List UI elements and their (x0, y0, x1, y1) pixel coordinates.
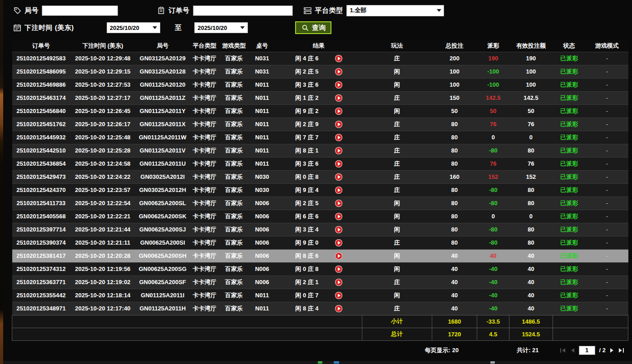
subtotal-total-bet: 1680 (432, 315, 477, 328)
play-icon[interactable] (335, 252, 342, 260)
prev-page-button[interactable] (570, 348, 575, 353)
cell-game-mode: - (586, 289, 628, 302)
date-to-picker[interactable]: 2025/10/20 (194, 22, 248, 33)
cell-order-id: 251020125492583 (12, 52, 70, 65)
table-row[interactable]: 251020125486095 2025-10-20 12:29:15 GN03… (12, 65, 628, 78)
play-icon[interactable] (335, 266, 342, 273)
cell-game-mode: - (586, 249, 628, 262)
cell-valid-bet: 80 (509, 144, 553, 157)
cell-round: GN01125A2011Y (135, 104, 190, 118)
table-row[interactable]: 251020125436854 2025-10-20 12:24:58 GN01… (12, 157, 628, 170)
play-icon[interactable] (335, 305, 342, 312)
cell-platform: 卡卡湾厅 (190, 104, 219, 118)
play-icon[interactable] (335, 292, 342, 299)
play-icon[interactable] (335, 108, 342, 115)
play-icon[interactable] (335, 160, 342, 167)
table-row[interactable]: 251020125424370 2025-10-20 12:23:57 GN03… (12, 183, 628, 197)
cell-valid-bet: 40 (509, 302, 553, 315)
play-icon[interactable] (335, 173, 342, 181)
table-row[interactable]: 251020125348971 2025-10-20 12:17:40 GN01… (12, 302, 628, 315)
cell-game-mode: - (586, 223, 628, 236)
cell-status: 已派彩 (553, 52, 586, 65)
cell-game-type: 百家乐 (219, 210, 249, 223)
cell-payout: -80 (477, 223, 509, 236)
play-icon[interactable] (335, 94, 342, 102)
cell-platform: 卡卡湾厅 (190, 118, 219, 131)
cell-valid-bet: 142.5 (509, 91, 553, 104)
table-row[interactable]: 251020125456840 2025-10-20 12:26:45 GN01… (12, 104, 628, 118)
cell-payout: 50 (477, 104, 509, 118)
play-icon[interactable] (335, 213, 342, 220)
col-header-valid-bet: 有效投注额 (509, 40, 553, 52)
cell-round: GN03125A20129 (135, 52, 190, 65)
dropdown-arrow-icon (434, 5, 444, 16)
play-icon[interactable] (335, 239, 342, 246)
cell-platform: 卡卡湾厅 (190, 210, 219, 223)
result-text: 闲 3 庄 6 (295, 81, 318, 89)
round-number-input[interactable] (42, 5, 118, 16)
result-text: 闲 9 庄 4 (295, 186, 318, 194)
cell-payout: 76 (477, 118, 509, 131)
table-row[interactable]: 251020125469886 2025-10-20 12:27:53 GN01… (12, 78, 628, 91)
cell-status: 已派彩 (553, 249, 586, 262)
cell-table-no: N011 (249, 118, 276, 131)
date-from-picker[interactable]: 2025/10/20 (107, 22, 160, 33)
cell-platform: 卡卡湾厅 (190, 78, 219, 91)
last-page-button[interactable] (618, 348, 625, 353)
play-icon[interactable] (335, 279, 342, 286)
play-icon[interactable] (335, 226, 342, 233)
cell-order-id: 251020125363771 (12, 275, 70, 289)
table-row[interactable]: 251020125411733 2025-10-20 12:22:54 GN00… (12, 197, 628, 210)
col-header-platform: 平台类型 (190, 40, 219, 52)
table-row[interactable]: 251020125381417 2025-10-20 12:20:28 GN00… (12, 249, 628, 262)
play-icon[interactable] (335, 121, 342, 128)
cell-round: GN00625A200SI (135, 236, 190, 249)
play-icon[interactable] (335, 200, 342, 207)
order-number-label: 订单号 (168, 6, 190, 15)
table-row[interactable]: 251020125442510 2025-10-20 12:25:28 GN01… (12, 144, 628, 157)
cell-table-no: N006 (249, 236, 276, 249)
next-page-button[interactable] (610, 348, 614, 353)
table-row[interactable]: 251020125463174 2025-10-20 12:27:17 GN01… (12, 91, 628, 104)
cell-bet-time: 2025-10-20 12:18:14 (70, 289, 135, 302)
play-icon[interactable] (335, 68, 342, 75)
cell-payout: -40 (477, 262, 509, 275)
table-row[interactable]: 251020125355442 2025-10-20 12:18:14 GN01… (12, 289, 628, 302)
subtotal-label: 小计 (362, 315, 432, 328)
cell-order-id: 251020125405568 (12, 210, 70, 223)
cell-order-id: 251020125469886 (12, 78, 70, 91)
table-row[interactable]: 251020125429473 2025-10-20 12:24:22 GN03… (12, 170, 628, 183)
table-row[interactable]: 251020125405568 2025-10-20 12:22:21 GN00… (12, 210, 628, 223)
table-row[interactable]: 251020125492583 2025-10-20 12:29:48 GN03… (12, 52, 628, 65)
cell-status: 已派彩 (553, 170, 586, 183)
play-icon[interactable] (335, 134, 342, 141)
cell-payout: -80 (477, 236, 509, 249)
play-icon[interactable] (335, 187, 342, 194)
order-number-input[interactable] (193, 5, 293, 16)
cell-round: GN00625A200SH (135, 249, 190, 262)
play-icon[interactable] (335, 81, 342, 89)
table-row[interactable]: 251020125451762 2025-10-20 12:26:17 GN01… (12, 118, 628, 131)
screen-edge-artifact-left (0, 0, 3, 364)
cell-status: 已派彩 (553, 118, 586, 131)
platform-type-select[interactable]: 1.全部 (346, 5, 444, 16)
query-button[interactable]: 查询 (295, 21, 331, 34)
cell-game-type: 百家乐 (219, 249, 249, 262)
first-page-button[interactable] (560, 348, 566, 353)
cell-valid-bet: 80 (509, 197, 553, 210)
screen-edge-speck (334, 361, 339, 364)
cell-game-type: 百家乐 (219, 170, 249, 183)
play-icon[interactable] (335, 55, 342, 62)
cell-round: GN03025A2012H (135, 183, 190, 197)
cell-table-no: N006 (249, 210, 276, 223)
table-row[interactable]: 251020125445932 2025-10-20 12:25:48 GN01… (12, 131, 628, 144)
table-row[interactable]: 251020125363771 2025-10-20 12:19:02 GN00… (12, 275, 628, 289)
cell-payout: 40 (477, 249, 509, 262)
page-number-input[interactable] (579, 346, 595, 355)
table-row[interactable]: 251020125374312 2025-10-20 12:19:56 GN00… (12, 262, 628, 275)
table-row[interactable]: 251020125397714 2025-10-20 12:21:44 GN00… (12, 223, 628, 236)
cell-status: 已派彩 (553, 131, 586, 144)
cell-total-bet: 40 (432, 249, 477, 262)
play-icon[interactable] (335, 147, 342, 154)
table-row[interactable]: 251020125390374 2025-10-20 12:21:11 GN00… (12, 236, 628, 249)
